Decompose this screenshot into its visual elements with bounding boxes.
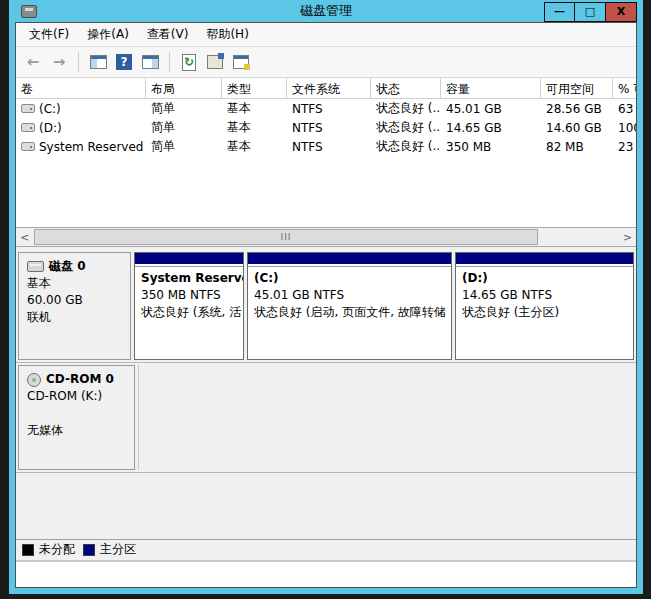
forward-button[interactable]: → xyxy=(48,51,70,73)
legend-label: 主分区 xyxy=(100,541,136,558)
cdrom-icon xyxy=(27,373,41,387)
col-volume[interactable]: 卷 xyxy=(16,78,146,98)
partition-color-band xyxy=(456,253,633,266)
partition-status: 状态良好 (主分区) xyxy=(462,304,633,321)
menu-help[interactable]: 帮助(H) xyxy=(197,23,257,46)
scrollbar-track[interactable]: III xyxy=(33,228,619,246)
partition-label: (C:) xyxy=(254,270,451,287)
menu-action[interactable]: 操作(A) xyxy=(78,23,138,46)
legend-item-primary: 主分区 xyxy=(83,541,136,558)
col-type[interactable]: 类型 xyxy=(222,78,287,98)
cdrom0-name: CD-ROM 0 xyxy=(46,371,114,388)
cdrom0-media-area[interactable] xyxy=(138,365,634,470)
cell-free: 14.60 GB xyxy=(541,121,613,135)
disk0-type: 基本 xyxy=(27,275,126,292)
refresh-icon: ↻ xyxy=(182,54,196,71)
scrollbar-thumb[interactable]: III xyxy=(34,229,538,245)
cell-capacity: 14.65 GB xyxy=(441,121,541,135)
back-button[interactable]: ← xyxy=(22,51,44,73)
cell-fs: NTFS xyxy=(287,102,371,116)
partition-color-band xyxy=(135,253,243,266)
disk-management-window: 磁盘管理 — □ X 文件(F) 操作(A) 查看(V) 帮助(H) ← → ? xyxy=(9,0,643,594)
cell-free: 82 MB xyxy=(541,140,613,154)
menu-view[interactable]: 查看(V) xyxy=(138,23,198,46)
cell-status: 状态良好 (... xyxy=(371,138,441,155)
table-row-system-reserved[interactable]: System Reserved 简单 基本 NTFS 状态良好 (... 350… xyxy=(16,137,636,156)
volume-name: System Reserved xyxy=(39,140,143,154)
window-body: 文件(F) 操作(A) 查看(V) 帮助(H) ← → ? ↻ xyxy=(15,22,637,588)
volume-name: (C:) xyxy=(39,102,61,116)
menu-file[interactable]: 文件(F) xyxy=(20,23,78,46)
col-percent-free[interactable]: % 可 xyxy=(613,78,636,98)
cell-layout: 简单 xyxy=(146,119,222,136)
partition-size: 45.01 GB NTFS xyxy=(254,287,451,304)
cell-capacity: 350 MB xyxy=(441,140,541,154)
partition-status: 状态良好 (启动, 页面文件, 故障转储 xyxy=(254,304,451,321)
table-row-d[interactable]: (D:) 简单 基本 NTFS 状态良好 (... 14.65 GB 14.60… xyxy=(16,118,636,137)
primary-partition-swatch-icon xyxy=(83,544,95,556)
disk0-label-panel[interactable]: 磁盘 0 基本 60.00 GB 联机 xyxy=(18,252,131,360)
cell-layout: 简单 xyxy=(146,138,222,155)
cell-type: 基本 xyxy=(222,119,287,136)
cell-percent: 100 xyxy=(613,121,636,135)
col-filesystem[interactable]: 文件系统 xyxy=(287,78,371,98)
forward-icon: → xyxy=(53,53,66,71)
scroll-left-arrow[interactable]: < xyxy=(16,228,33,246)
col-layout[interactable]: 布局 xyxy=(146,78,222,98)
toolbar-separator xyxy=(78,52,79,72)
show-console-tree-button[interactable] xyxy=(87,51,109,73)
cell-type: 基本 xyxy=(222,100,287,117)
toolbar-separator xyxy=(169,52,170,72)
cell-status: 状态良好 (... xyxy=(371,119,441,136)
disk0-row: 磁盘 0 基本 60.00 GB 联机 System Reserve 350 M… xyxy=(16,250,636,363)
cdrom0-row: CD-ROM 0 CD-ROM (K:) 无媒体 xyxy=(16,363,636,473)
volume-icon xyxy=(21,142,35,151)
disk0-partitions: System Reserve 350 MB NTFS 状态良好 (系统, 活 (… xyxy=(134,252,634,360)
refresh-button[interactable]: ↻ xyxy=(178,51,200,73)
partition-size: 14.65 GB NTFS xyxy=(462,287,633,304)
cell-status: 状态良好 (... xyxy=(371,100,441,117)
action-pane-icon xyxy=(142,55,159,69)
properties-button[interactable] xyxy=(204,51,226,73)
back-icon: ← xyxy=(27,53,40,71)
col-free-space[interactable]: 可用空间 xyxy=(541,78,613,98)
status-bar xyxy=(16,560,636,587)
cell-fs: NTFS xyxy=(287,121,371,135)
volume-table-header: 卷 布局 类型 文件系统 状态 容量 可用空间 % 可 xyxy=(16,78,636,99)
partition-label: System Reserve xyxy=(141,270,243,287)
cell-percent: 63 xyxy=(613,102,636,116)
partition-size: 350 MB NTFS xyxy=(141,287,243,304)
graphical-view: 磁盘 0 基本 60.00 GB 联机 System Reserve 350 M… xyxy=(16,247,636,539)
cdrom0-media-status: 无媒体 xyxy=(27,422,130,439)
col-capacity[interactable]: 容量 xyxy=(441,78,541,98)
cdrom0-drive-letter: CD-ROM (K:) xyxy=(27,388,130,405)
legend-item-unallocated: 未分配 xyxy=(22,541,75,558)
partition-c[interactable]: (C:) 45.01 GB NTFS 状态良好 (启动, 页面文件, 故障转储 xyxy=(247,252,452,360)
show-action-pane-button[interactable] xyxy=(139,51,161,73)
scroll-right-arrow[interactable]: > xyxy=(619,228,636,246)
partition-status: 状态良好 (系统, 活 xyxy=(141,304,243,321)
col-status[interactable]: 状态 xyxy=(371,78,441,98)
volume-icon xyxy=(21,104,35,113)
help-topics-button[interactable] xyxy=(230,51,252,73)
table-row-c[interactable]: (C:) 简单 基本 NTFS 状态良好 (... 45.01 GB 28.56… xyxy=(16,99,636,118)
partition-d[interactable]: (D:) 14.65 GB NTFS 状态良好 (主分区) xyxy=(455,252,634,360)
partition-system-reserved[interactable]: System Reserve 350 MB NTFS 状态良好 (系统, 活 xyxy=(134,252,244,360)
horizontal-scrollbar[interactable]: < III > xyxy=(16,227,636,247)
cell-free: 28.56 GB xyxy=(541,102,613,116)
window-title: 磁盘管理 xyxy=(15,2,637,20)
help-button[interactable]: ? xyxy=(113,51,135,73)
titlebar[interactable]: 磁盘管理 — □ X xyxy=(15,0,637,22)
menubar: 文件(F) 操作(A) 查看(V) 帮助(H) xyxy=(16,23,636,47)
volume-icon xyxy=(21,123,35,132)
disk0-status: 联机 xyxy=(27,309,126,326)
cdrom0-label-panel[interactable]: CD-ROM 0 CD-ROM (K:) 无媒体 xyxy=(18,365,135,470)
cell-layout: 简单 xyxy=(146,100,222,117)
help-topics-icon xyxy=(233,55,249,69)
cell-type: 基本 xyxy=(222,138,287,155)
cell-percent: 23 xyxy=(613,140,636,154)
cell-fs: NTFS xyxy=(287,140,371,154)
volume-name: (D:) xyxy=(39,121,62,135)
help-icon: ? xyxy=(116,54,132,70)
toolbar: ← → ? ↻ xyxy=(16,47,636,78)
